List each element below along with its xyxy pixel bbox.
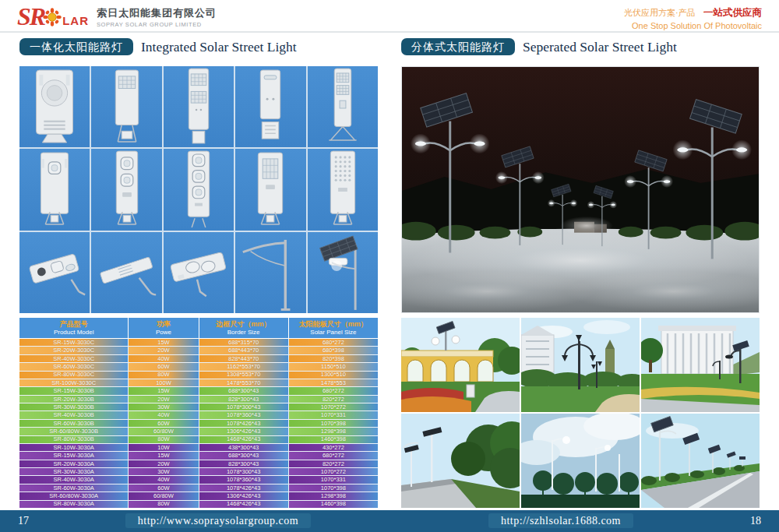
product-photo-front-one-square-lamp [19,149,90,230]
spec-cell: 60/80W [129,428,198,435]
spec-cell: 15W [129,387,198,394]
spec-header-cell: 太阳能板尺寸（mm）Solar Panel Size [289,318,378,338]
spec-cell: 60W [129,363,198,370]
spec-cell: 20W [129,396,198,403]
spec-cell: 1478*553 [289,379,378,386]
spec-cell: SR-30W-3030A [19,468,128,475]
catalog-page: SR LAR 索日太阳能集团有限公司 SOPRAY SO [0,0,779,532]
brand-logo: SR LAR 索日太阳能集团有限公司 SOPRAY SO [17,3,217,30]
spec-row: SR-60/80W-3030B60/80W1306*426*431298*398 [19,428,378,435]
spec-header-cell: 产品型号Product Model [19,318,128,338]
spec-row: SR-60W-3030B60W1078*426*431070*398 [19,420,378,427]
spec-row: SR-80W-3030B80W1468*426*431460*398 [19,436,378,443]
spec-cell: 680*272 [289,339,378,346]
product-photo-pole-arm [235,232,305,313]
spec-cell: 688*300*43 [199,387,288,394]
logo-text-lar: LAR [62,14,89,27]
spec-cell: 80W [129,372,198,379]
spec-table: 产品型号Product Model功率Powe边框尺寸（mm）Border Si… [19,318,378,508]
spec-cell: 1162*553*70 [199,363,288,370]
product-photo-front-led-panel [235,149,305,230]
spec-row: SR-80W-3030A80W1468*426*431460*398 [19,501,378,508]
spec-cell: 1078*426*43 [199,420,288,427]
footer-url-right[interactable]: http://szhlsolar.1688.com [390,515,732,527]
spec-row: SR-40W-3030B40W1078*360*431070*331 [19,411,378,418]
spec-cell: 1308*553*70 [199,372,288,379]
spec-cell: 40W [129,476,198,483]
spec-cell: 1150*510 [289,363,378,370]
spec-cell: 20W [129,460,198,467]
spec-cell: 1078*360*43 [199,411,288,418]
logo-text-sr: SR [17,4,44,29]
spec-cell: 688*443*70 [199,347,288,354]
spec-cell: 680*272 [289,452,378,459]
spec-row: SR-60W-3030C60W1162*553*701150*510 [19,363,378,370]
spec-cell: 820*272 [289,396,378,403]
product-photo-back-slot-plate [235,66,305,147]
spec-row: SR-30W-3030B30W1078*300*431070*272 [19,403,378,410]
spec-cell: 30W [129,468,198,475]
product-photo-front-three-square-lamps [164,149,234,230]
spec-table-body: SR-15W-3030C15W688*315*70680*272SR-20W-3… [19,339,378,508]
spec-cell: SR-40W-3030C [19,355,128,362]
spec-cell: SR-60/80W-3030B [19,428,128,435]
tagline: 光伏应用方案·产品 一站式供应商 One Stop Solution Of Ph… [624,5,762,30]
header: SR LAR 索日太阳能集团有限公司 SOPRAY SO [0,0,779,31]
page-number-left: 17 [0,515,47,527]
spec-cell: 10W [129,444,198,451]
spec-cell: 40W [129,355,198,362]
spec-cell: SR-40W-3030B [19,411,128,418]
spec-cell: 1460*398 [289,501,378,508]
spec-cell: SR-30W-3030B [19,403,128,410]
spec-cell: 1078*360*43 [199,476,288,483]
header-divider [0,31,779,33]
section-title-integrated-en: Integrated Solar Street Light [141,39,297,55]
spec-cell: 688*300*43 [199,452,288,459]
section-title-separated-en: Seperated Solar Street Light [523,39,677,55]
spec-cell: 1070*331 [289,476,378,483]
sun-icon [43,8,62,30]
spec-table-header: 产品型号Product Model功率Powe边框尺寸（mm）Border Si… [19,318,378,338]
application-photo-grid [401,318,760,508]
spec-row: SR-40W-3030A40W1078*360*431070*331 [19,476,378,483]
photo-road-trees [401,414,520,508]
footer-url-left[interactable]: http://www.sopraysolargroup.com [47,515,390,527]
spec-cell: 1478*553*70 [199,379,288,386]
spec-cell: 828*300*43 [199,460,288,467]
section-title-separated: 分体式太阳能路灯 Seperated Solar Street Light [401,37,677,57]
product-photo-front-round-lamp [19,66,90,147]
spec-cell: 60/80W [129,492,198,499]
product-photo-back-double-panel [164,66,234,147]
spec-cell: 80W [129,501,198,508]
spec-header-cell: 功率Powe [129,318,198,338]
spec-cell: 1468*426*43 [199,436,288,443]
spec-cell: 680*398 [289,347,378,354]
spec-cell: 1306*426*43 [199,492,288,499]
spec-cell: SR-80W-3030A [19,501,128,508]
spec-cell: 1298*398 [289,492,378,499]
spec-cell: 430*272 [289,444,378,451]
spec-row: SR-80W-3030C80W1308*553*701300*510 [19,372,378,379]
badge-separated: 分体式太阳能路灯 [401,38,515,55]
spec-cell: 1070*398 [289,420,378,427]
spec-cell: 1070*331 [289,411,378,418]
spec-row: SR-60W-3030A60W1078*426*431070*398 [19,484,378,491]
spec-cell: 20W [129,347,198,354]
spec-cell: SR-80W-3030B [19,436,128,443]
spec-cell: 1078*426*43 [199,484,288,491]
page-number-right: 18 [732,515,779,527]
spec-cell: SR-60W-3030A [19,484,128,491]
spec-cell: 15W [129,452,198,459]
tagline-en: One Stop Solution Of Photovoltaic [624,21,762,30]
company-name-en: SOPRAY SOLAR GROUP LIMITED [97,21,217,28]
spec-cell: SR-15W-3030A [19,452,128,459]
spec-cell: 438*300*43 [199,444,288,451]
spec-cell: 1298*398 [289,428,378,435]
photo-garden-archway [401,318,520,412]
spec-cell: 1070*272 [289,468,378,475]
spec-cell: 30W [129,403,198,410]
product-photo-angle-view-flat [91,232,161,313]
photo-highway-lights [641,414,760,508]
spec-cell: SR-20W-3030B [19,396,128,403]
spec-row: SR-40W-3030C40W828*443*70820*398 [19,355,378,362]
